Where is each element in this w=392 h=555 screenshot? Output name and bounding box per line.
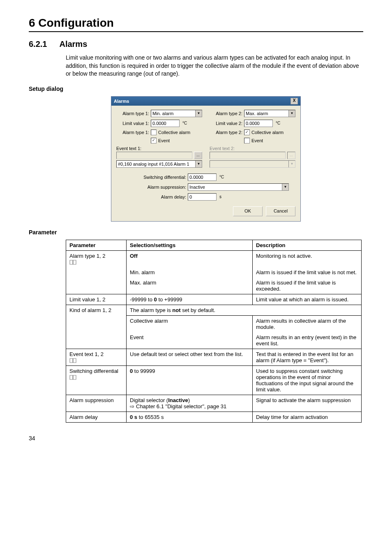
cell-alarm-type-off: Off bbox=[127, 250, 253, 267]
collective-alarm-1-checkbox[interactable] bbox=[151, 130, 157, 135]
switching-diff-unit: °C bbox=[219, 175, 224, 179]
cell-event-text-desc: Text that is entered in the event list f… bbox=[253, 349, 362, 365]
cell-event-text-param: Event text 1, 2 bbox=[66, 349, 127, 365]
event-text-1-value: #0,160 analog input #1,016 Alarm 1 bbox=[118, 162, 189, 166]
setup-dialog-heading: Setup dialog bbox=[29, 86, 363, 92]
close-icon[interactable]: X bbox=[291, 98, 298, 104]
alarm-type-2-select[interactable]: Max. alarm ▼ bbox=[244, 110, 295, 117]
collective-alarm-1-label: Collective alarm bbox=[158, 130, 190, 135]
cell-alarm-delay-sel: 0 s to 65535 s bbox=[127, 412, 253, 422]
cell-alarm-type-off-desc: Monitoring is not active. bbox=[253, 250, 362, 267]
cell-alarm-suppression-sel: Digital selector (Inactive) ⇨Chapter 6.1… bbox=[127, 395, 253, 412]
event-2-checkbox[interactable] bbox=[244, 138, 250, 143]
alarm-suppression-label: Alarm suppression: bbox=[133, 185, 186, 190]
alarms-dialog: Alarms X Alarm type 1: Min. alarm ▼ bbox=[111, 96, 301, 222]
section-number: 6.2.1 bbox=[29, 39, 58, 49]
alarm-type-2-label: Alarm type 2: bbox=[210, 111, 242, 116]
chevron-down-icon[interactable]: ▼ bbox=[282, 184, 288, 190]
event-text-2-text bbox=[210, 152, 286, 159]
event-text-1-select[interactable]: #0,160 analog input #1,016 Alarm 1 ▼ bbox=[116, 160, 202, 168]
ok-button[interactable]: OK bbox=[233, 206, 263, 216]
cell-limit-value-param: Limit value 1, 2 bbox=[66, 294, 127, 305]
cell-limit-value-desc: Limit value at which an alarm is issued. bbox=[253, 294, 362, 305]
chevron-down-icon[interactable]: ▼ bbox=[288, 110, 295, 117]
limit-value-2-input[interactable] bbox=[244, 120, 273, 127]
cell-kind-event: Event bbox=[127, 332, 253, 349]
cell-kind-collective-desc: Alarm results in collective alarm of the… bbox=[253, 315, 362, 332]
event-text-2-select: ▼ bbox=[210, 160, 295, 168]
cell-kind-collective: Collective alarm bbox=[127, 315, 253, 332]
header-rule bbox=[29, 31, 363, 32]
cell-alarm-delay-desc: Delay time for alarm activation bbox=[253, 412, 362, 422]
th-selection: Selection/settings bbox=[127, 240, 253, 250]
dialog-title: Alarms bbox=[114, 99, 129, 104]
alarm-type-1-select[interactable]: Min. alarm ▼ bbox=[151, 110, 202, 117]
event-2-label: Event bbox=[251, 138, 263, 143]
cell-event-text-sel: Use default text or select other text fr… bbox=[127, 349, 253, 365]
alarm-delay-unit: s bbox=[219, 194, 221, 199]
arrow-icon: ⇨ bbox=[130, 403, 134, 409]
cell-switching-diff-sel: 0 to 99999 bbox=[127, 365, 253, 395]
limit-value-2-label: Limit value 2: bbox=[210, 121, 242, 126]
event-text-1-label: Event text 1: bbox=[116, 146, 202, 151]
book-icon bbox=[69, 260, 77, 265]
event-text-1-browse[interactable]: ... bbox=[194, 152, 202, 159]
collective-alarm-2-checkbox[interactable]: ✓ bbox=[244, 130, 250, 135]
cell-kind-span: The alarm type is not set by default. bbox=[127, 305, 362, 315]
book-icon bbox=[69, 358, 77, 363]
intro-paragraph: Limit value monitoring with one or two a… bbox=[66, 54, 363, 78]
alarm-type-2b-label: Alarm type 2: bbox=[210, 130, 242, 135]
chevron-down-icon: ▼ bbox=[288, 161, 295, 167]
parameter-heading: Parameter bbox=[29, 229, 363, 236]
cell-limit-value-sel: -99999 to 0 to +99999 bbox=[127, 294, 253, 305]
switching-diff-label: Switching differential: bbox=[133, 175, 186, 180]
chevron-down-icon[interactable]: ▼ bbox=[195, 161, 202, 167]
cell-alarm-type-param: Alarm type 1, 2 bbox=[66, 250, 127, 267]
alarm-type-1-label: Alarm type 1: bbox=[116, 111, 149, 116]
alarm-delay-input[interactable] bbox=[188, 193, 217, 201]
book-icon bbox=[69, 375, 77, 380]
limit-value-1-label: Limit value 1: bbox=[116, 121, 149, 126]
chevron-down-icon[interactable]: ▼ bbox=[195, 110, 202, 117]
alarm-type-1-value: Min. alarm bbox=[152, 111, 173, 116]
alarm-suppression-select[interactable]: Inactive ▼ bbox=[188, 183, 289, 191]
cell-alarm-type-max: Max. alarm bbox=[127, 278, 253, 294]
event-text-2-browse: ... bbox=[287, 152, 295, 159]
cancel-button[interactable]: Cancel bbox=[266, 206, 295, 216]
cell-alarm-suppression-param: Alarm suppression bbox=[66, 395, 127, 412]
alarm-suppression-value: Inactive bbox=[189, 185, 205, 190]
unit-1: °C bbox=[182, 121, 187, 125]
alarm-type-1b-label: Alarm type 1: bbox=[116, 130, 149, 135]
event-1-checkbox[interactable]: ✓ bbox=[151, 138, 157, 143]
event-text-2-label: Event text 2: bbox=[210, 146, 295, 151]
dialog-titlebar: Alarms X bbox=[111, 97, 300, 106]
page-number: 34 bbox=[29, 435, 363, 442]
cell-alarm-delay-param: Alarm delay bbox=[66, 412, 127, 422]
cell-alarm-type-min-desc: Alarm is issued if the limit value is no… bbox=[253, 267, 362, 278]
cell-alarm-suppression-desc: Signal to activate the alarm suppression bbox=[253, 395, 362, 412]
switching-diff-input[interactable] bbox=[188, 173, 217, 181]
cell-alarm-type-min: Min. alarm bbox=[127, 267, 253, 278]
limit-value-1-input[interactable] bbox=[151, 120, 180, 127]
th-parameter: Parameter bbox=[66, 240, 127, 250]
chapter-title: 6 Configuration bbox=[29, 16, 363, 30]
cell-kind-param: Kind of alarm 1, 2 bbox=[66, 305, 127, 315]
cell-kind-event-desc: Alarm results in an entry (event text) i… bbox=[253, 332, 362, 349]
alarm-type-2-value: Max. alarm bbox=[246, 111, 268, 116]
cell-alarm-type-max-desc: Alarm is issued if the limit value is ex… bbox=[253, 278, 362, 294]
collective-alarm-2-label: Collective alarm bbox=[251, 130, 284, 135]
event-1-label: Event bbox=[158, 138, 170, 143]
unit-2: °C bbox=[276, 121, 280, 125]
parameter-table: Parameter Selection/settings Description… bbox=[66, 240, 362, 423]
event-text-1-text bbox=[116, 152, 192, 159]
cell-switching-diff-desc: Used to suppress constant switching oper… bbox=[253, 365, 362, 395]
section-title: Alarms bbox=[59, 39, 87, 49]
th-description: Description bbox=[253, 240, 362, 250]
cell-switching-diff-param: Switching differential bbox=[66, 365, 127, 395]
alarm-delay-label: Alarm delay: bbox=[133, 194, 186, 199]
